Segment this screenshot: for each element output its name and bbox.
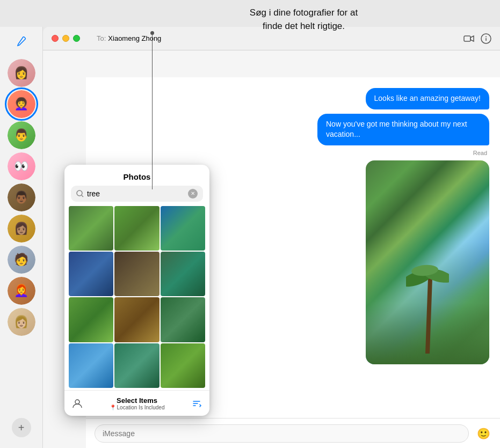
photos-grid [64,206,209,390]
photo-thumb-2[interactable] [114,206,159,251]
minimize-button[interactable] [62,35,69,42]
message-bubble-2: Now you've got me thinking about my next… [317,114,489,145]
sidebar-item-contact-5[interactable]: 👨🏾 [8,183,35,211]
location-label: 📍 Location Is Included [110,405,165,410]
select-items-label: Select Items [117,396,157,405]
message-text-2: Now you've got me thinking about my next… [326,120,467,139]
sidebar-item-contact-9[interactable]: 👩🏼 [8,308,35,336]
svg-point-8 [77,190,82,196]
tooltip-text-line2: finde det helt rigtige. [263,21,345,31]
maximize-button[interactable] [73,35,80,42]
photo-thumb-6[interactable] [161,252,205,296]
plus-icon: + [18,422,25,434]
read-status: Read [473,150,487,156]
photos-picker-footer: Select Items 📍 Location Is Included [64,390,209,416]
palm-tree-svg [406,246,449,354]
tooltip-annotation: Søg i dine fotografier for at finde det … [107,0,500,39]
compose-button[interactable] [12,32,31,52]
close-button[interactable] [52,35,59,42]
to-label: To: [97,34,106,42]
photo-thumb-5[interactable] [114,252,159,296]
sidebar-item-contact-8[interactable]: 👩‍🦰 [8,277,35,305]
sidebar-item-contact-7[interactable]: 🧑 [8,246,35,274]
sidebar-item-contact-3[interactable]: 👨 [8,121,35,149]
clear-search-button[interactable]: ✕ [188,189,198,199]
emoji-button[interactable]: 🙂 [475,425,491,442]
tooltip-line [152,31,153,189]
photos-picker: Photos ✕ Select Items [64,165,209,416]
sidebar: 👩 👩‍🦱 👨 👀 👨🏾 👩🏽 🧑 👩‍🦰 👩🏼 + [0,27,43,448]
photo-thumb-11[interactable] [114,343,159,388]
location-text: Location Is Included [117,405,165,410]
photo-thumb-4[interactable] [69,252,113,296]
person-icon[interactable] [71,397,84,410]
svg-line-9 [82,195,83,197]
svg-line-4 [427,278,430,354]
new-conversation-button[interactable]: + [12,418,31,437]
message-bubble-1: Looks like an amazing getaway! [366,88,489,109]
photos-picker-title: Photos [64,165,209,186]
sidebar-item-contact-active[interactable]: 👩‍🦱 [8,90,35,118]
photo-thumb-10[interactable] [69,343,113,388]
photo-thumb-3[interactable] [161,206,205,251]
location-icon: 📍 [110,405,116,410]
tooltip-dot [150,31,154,35]
sidebar-item-contact-1[interactable]: 👩 [8,59,35,87]
photo-thumb-9[interactable] [161,297,205,342]
tooltip-text-line1: Søg i dine fotografier for at [250,8,358,18]
search-icon [76,190,84,197]
photo-thumb-7[interactable] [69,297,113,342]
input-bar: 🙂 [86,418,500,448]
photo-thumb-12[interactable] [161,343,205,388]
footer-center: Select Items 📍 Location Is Included [110,396,165,410]
sidebar-bottom: + [0,418,42,437]
photos-search-input[interactable] [87,189,185,198]
photo-message [366,160,489,364]
traffic-lights [52,35,80,42]
photo-thumb-1[interactable] [69,206,113,251]
photo-thumb-8[interactable] [114,297,159,342]
message-text-1: Looks like an amazing getaway! [374,94,481,102]
photos-search-bar: ✕ [71,186,203,202]
sidebar-item-contact-6[interactable]: 👩🏽 [8,215,35,243]
sidebar-item-contact-4[interactable]: 👀 [8,152,35,180]
message-input[interactable] [95,424,469,443]
svg-point-10 [75,400,79,404]
sort-button[interactable] [190,397,203,410]
